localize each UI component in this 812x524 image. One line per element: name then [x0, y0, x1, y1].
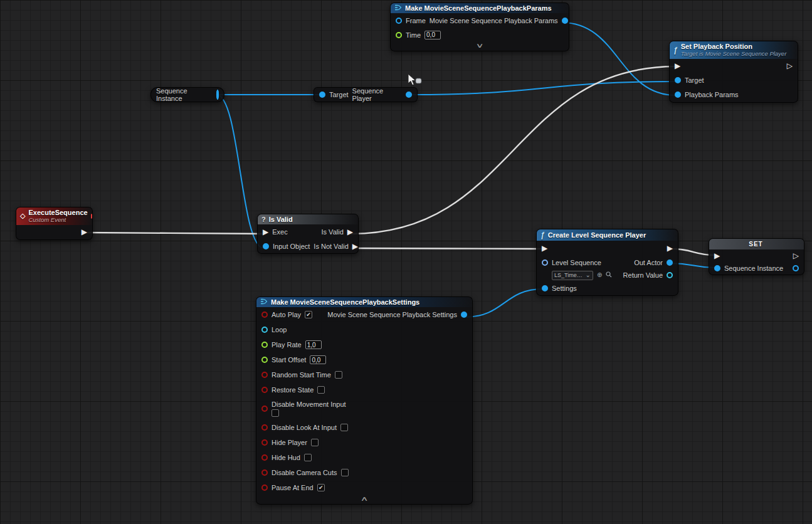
playback-params-pin-label: Playback Params [685, 91, 739, 98]
play-rate-pin[interactable] [261, 342, 268, 348]
hide-player-checkbox[interactable] [311, 439, 319, 446]
restore-state-checkbox[interactable] [317, 386, 325, 394]
sequence-instance-in-pin[interactable] [714, 265, 720, 271]
random-start-time-pin[interactable] [261, 372, 268, 378]
frame-pin[interactable] [396, 18, 402, 24]
settings-label: Settings [552, 285, 577, 292]
target-pin-label: Target [329, 91, 349, 98]
is-not-valid-out-label: Is Not Valid [314, 243, 348, 250]
mouse-cursor [408, 74, 424, 92]
out-actor-pin[interactable] [667, 259, 673, 266]
disable-movement-input-pin[interactable] [261, 406, 268, 412]
is-valid-out-label: Is Valid [322, 228, 344, 236]
pause-at-end-checkbox[interactable] [317, 484, 325, 491]
browse-asset-icon[interactable] [606, 271, 612, 279]
playback-params-pin[interactable] [675, 92, 681, 98]
level-sequence-pin[interactable] [542, 259, 548, 266]
node-title: Make MovieSceneSequencePlaybackSettings [271, 298, 419, 306]
sequence-player-output-pin[interactable] [406, 92, 412, 98]
disable-camera-cuts-checkbox[interactable] [341, 469, 349, 476]
input-object-pin[interactable] [263, 243, 269, 249]
hide-player-pin[interactable] [261, 439, 268, 446]
time-pin[interactable] [396, 32, 402, 38]
exec-in-pin[interactable] [714, 252, 720, 259]
node-header[interactable]: ƒ Set Playback Position Target is Movie … [670, 41, 798, 59]
node-make-playback-settings[interactable]: Make MovieSceneSequencePlaybackSettings … [256, 296, 473, 505]
exec-out-pin[interactable] [793, 252, 799, 259]
blueprint-graph-canvas[interactable]: Make MovieSceneSequencePlaybackParams Fr… [0, 0, 812, 524]
wire-exec-isnotvalid-to-create[interactable] [351, 248, 543, 249]
node-create-level-sequence-player[interactable]: ƒ Create Level Sequence Player Level Seq… [536, 229, 678, 296]
auto-play-checkbox[interactable] [305, 311, 312, 318]
disable-look-at-input-checkbox[interactable] [340, 424, 348, 431]
is-valid-exec-out-pin[interactable] [347, 228, 353, 236]
node-set-sequence-instance[interactable]: SET Sequence Instance [709, 238, 804, 275]
node-set-playback-position[interactable]: ƒ Set Playback Position Target is Movie … [669, 41, 798, 103]
exec-out-pin[interactable] [787, 62, 793, 70]
settings-output-label: Movie Scene Sequence Playback Settings [327, 311, 457, 318]
node-title: Create Level Sequence Player [548, 231, 646, 239]
node-header[interactable]: ƒ Create Level Sequence Player [537, 229, 678, 241]
time-value-input[interactable] [424, 31, 441, 39]
node-execute-sequence-event[interactable]: ◇ ExecuteSequence Custom Event [16, 207, 93, 240]
hide-hud-checkbox[interactable] [304, 454, 312, 461]
return-value-pin[interactable] [667, 272, 673, 278]
disable-camera-cuts-label: Disable Camera Cuts [272, 469, 337, 476]
hide-player-label: Hide Player [272, 439, 307, 446]
exec-out-pin[interactable] [667, 244, 673, 252]
play-rate-input[interactable] [305, 340, 322, 349]
random-start-time-checkbox[interactable] [335, 371, 342, 379]
exec-in-pin[interactable] [542, 244, 547, 252]
node-title: ExecuteSequence [28, 209, 87, 217]
node-title: Set Playback Position [681, 43, 787, 51]
target-pin[interactable] [675, 77, 681, 83]
node-header[interactable]: Make MovieSceneSequencePlaybackParams [391, 3, 569, 13]
node-header[interactable]: Make MovieSceneSequencePlaybackSettings [256, 297, 472, 307]
pause-at-end-label: Pause At End [272, 484, 314, 491]
return-value-label: Return Value [623, 271, 663, 279]
disable-movement-input-checkbox[interactable] [272, 409, 279, 417]
delegate-pin[interactable] [91, 214, 92, 219]
restore-state-pin[interactable] [261, 387, 268, 393]
node-title: SET [749, 241, 762, 248]
variable-name: Sequence Instance [156, 87, 213, 102]
hide-hud-pin[interactable] [261, 454, 268, 461]
is-not-valid-exec-out-pin[interactable] [352, 243, 358, 250]
use-selected-asset-icon[interactable]: ⊕ [597, 272, 602, 278]
disable-camera-cuts-pin[interactable] [261, 469, 268, 476]
collapse-pins-chevron-icon[interactable] [170, 495, 558, 504]
expand-pins-chevron-icon[interactable] [319, 42, 640, 51]
exec-in-pin[interactable] [263, 228, 268, 236]
settings-output-pin[interactable] [461, 312, 467, 318]
node-header[interactable]: SET [709, 239, 804, 249]
exec-out-pin[interactable] [82, 228, 87, 236]
node-header[interactable]: ? Is Valid [258, 214, 358, 224]
custom-event-icon: ◇ [20, 212, 25, 220]
node-header[interactable]: ◇ ExecuteSequence Custom Event [16, 207, 92, 225]
start-offset-input[interactable] [310, 355, 326, 364]
asset-name: LS_TimecodePr [554, 272, 584, 278]
settings-pin[interactable] [542, 285, 548, 291]
node-is-valid[interactable]: ? Is Valid Exec Is Valid Input Object Is… [257, 214, 359, 254]
node-make-playback-params[interactable]: Make MovieSceneSequencePlaybackParams Fr… [390, 3, 569, 51]
start-offset-pin[interactable] [261, 357, 268, 363]
auto-play-pin[interactable] [261, 312, 268, 318]
node-get-sequence-player[interactable]: Target Sequence Player [314, 87, 418, 102]
sequence-instance-output-pin[interactable] [216, 90, 219, 100]
set-output-pin[interactable] [793, 265, 799, 271]
sequence-player-pin-label: Sequence Player [352, 87, 402, 102]
exec-in-pin[interactable] [675, 62, 680, 70]
out-actor-label: Out Actor [634, 259, 663, 266]
pause-at-end-pin[interactable] [261, 485, 268, 491]
wire-exec-event-to-isvalid[interactable] [85, 233, 264, 234]
loop-pin[interactable] [261, 327, 268, 333]
wire-sequence-player-to-target[interactable] [412, 81, 676, 95]
exec-in-label: Exec [272, 228, 287, 236]
level-sequence-asset-dropdown[interactable]: LS_TimecodePr ⌄ [552, 271, 593, 280]
node-get-sequence-instance[interactable]: Sequence Instance [150, 87, 224, 102]
playback-params-output-pin[interactable] [562, 18, 568, 24]
disable-look-at-input-pin[interactable] [261, 424, 268, 431]
target-pin[interactable] [319, 92, 325, 98]
function-icon: ƒ [540, 231, 545, 239]
wire-settings-to-settings[interactable] [465, 289, 543, 317]
